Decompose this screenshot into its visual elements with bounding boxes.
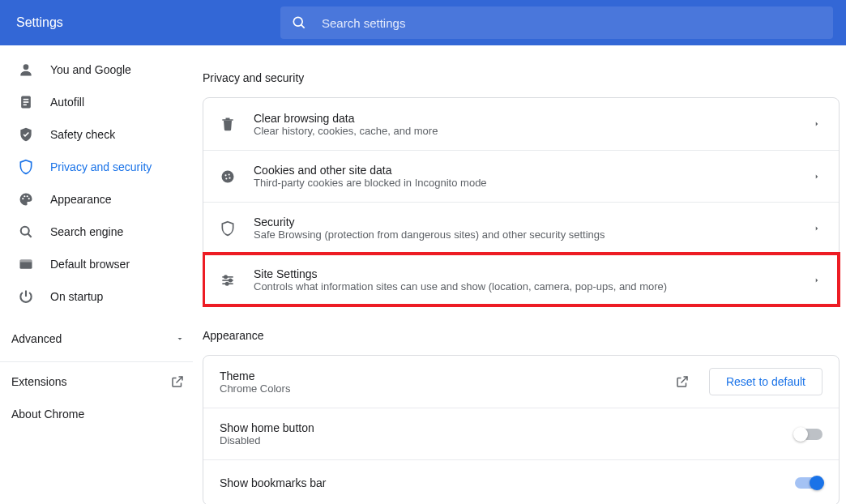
reset-to-default-button[interactable]: Reset to default	[709, 368, 822, 395]
svg-point-11	[21, 227, 29, 235]
page-title: Settings	[16, 15, 280, 30]
body: You and Google Autofill Safety check Pri…	[0, 45, 846, 504]
section-title-privacy: Privacy and security	[203, 71, 840, 84]
svg-rect-4	[24, 99, 29, 100]
chevron-right-icon	[811, 173, 822, 181]
sidebar-item-on-startup[interactable]: On startup	[0, 280, 203, 313]
sidebar-advanced[interactable]: Advanced	[0, 319, 203, 358]
row-title: Cookies and other site data	[254, 164, 811, 177]
svg-point-15	[222, 170, 234, 182]
sidebar-item-appearance[interactable]: Appearance	[0, 183, 203, 216]
row-site-settings[interactable]: Site Settings Controls what information …	[203, 254, 839, 305]
svg-point-19	[229, 177, 230, 178]
sidebar-item-extensions[interactable]: Extensions	[0, 365, 203, 398]
search-icon	[291, 15, 307, 31]
search-icon	[18, 224, 34, 240]
sidebar-item-label: Safety check	[50, 128, 115, 141]
search-input[interactable]	[322, 16, 822, 30]
search-box[interactable]	[280, 6, 833, 39]
svg-point-18	[225, 177, 227, 179]
cookie-icon	[220, 169, 236, 185]
svg-line-12	[28, 234, 32, 237]
row-security[interactable]: Security Safe Browsing (protection from …	[203, 202, 839, 254]
svg-rect-14	[20, 259, 32, 262]
sidebar-divider	[0, 361, 193, 362]
row-text: Show bookmarks bar	[220, 476, 795, 489]
open-in-new-icon	[675, 374, 690, 389]
row-text: Show home button Disabled	[220, 421, 795, 446]
row-clear-browsing-data[interactable]: Clear browsing data Clear history, cooki…	[203, 98, 839, 150]
sidebar-item-label: Appearance	[50, 193, 112, 206]
shield-check-icon	[18, 126, 34, 143]
sidebar-item-label: Default browser	[50, 258, 130, 271]
power-icon	[18, 288, 34, 305]
svg-point-17	[229, 173, 230, 175]
chevron-right-icon	[811, 120, 822, 128]
chevron-down-icon	[175, 334, 185, 344]
sidebar-item-label: On startup	[50, 290, 103, 303]
row-subtitle: Chrome Colors	[220, 382, 675, 395]
content-area: Privacy and security Clear browsing data…	[203, 45, 846, 504]
row-theme[interactable]: Theme Chrome Colors Reset to default	[203, 356, 839, 408]
sidebar-item-search-engine[interactable]: Search engine	[0, 216, 203, 248]
row-show-bookmarks-bar[interactable]: Show bookmarks bar	[203, 459, 839, 504]
chevron-right-icon	[811, 276, 822, 284]
svg-point-16	[224, 174, 226, 176]
sidebar-item-label: About Chrome	[11, 408, 84, 421]
sidebar-item-privacy-security[interactable]: Privacy and security	[0, 151, 203, 183]
sidebar-item-safety-check[interactable]: Safety check	[0, 118, 203, 151]
toggle-home-button[interactable]	[795, 429, 822, 440]
section-title-appearance: Appearance	[203, 329, 840, 342]
row-text: Security Safe Browsing (protection from …	[254, 216, 811, 241]
svg-point-2	[24, 64, 29, 70]
row-title: Show bookmarks bar	[220, 476, 795, 489]
sidebar-item-you-and-google[interactable]: You and Google	[0, 53, 203, 86]
row-text: Clear browsing data Clear history, cooki…	[254, 112, 811, 137]
sidebar-item-label: Privacy and security	[50, 160, 152, 173]
chevron-right-icon	[811, 224, 822, 233]
sidebar-item-label: Extensions	[11, 375, 66, 388]
row-subtitle: Disabled	[220, 434, 795, 446]
row-title: Clear browsing data	[254, 112, 811, 125]
row-title: Security	[254, 216, 811, 229]
svg-point-8	[24, 195, 25, 197]
open-in-new-icon	[170, 374, 185, 389]
sidebar-item-default-browser[interactable]: Default browser	[0, 248, 203, 280]
sidebar: You and Google Autofill Safety check Pri…	[0, 45, 203, 504]
sidebar-item-about-chrome[interactable]: About Chrome	[0, 398, 203, 430]
svg-rect-6	[24, 105, 27, 106]
row-title: Show home button	[220, 421, 795, 434]
row-show-home-button[interactable]: Show home button Disabled	[203, 408, 839, 459]
trash-icon	[220, 116, 236, 132]
svg-point-7	[22, 198, 24, 199]
row-subtitle: Third-party cookies are blocked in Incog…	[254, 177, 811, 189]
tune-icon	[220, 272, 236, 288]
sidebar-item-label: You and Google	[50, 63, 131, 76]
svg-point-10	[28, 198, 30, 199]
svg-point-0	[293, 17, 302, 26]
row-text: Site Settings Controls what information …	[254, 267, 811, 293]
browser-icon	[18, 256, 34, 272]
assignment-icon	[18, 94, 34, 110]
svg-point-21	[224, 275, 227, 278]
row-cookies[interactable]: Cookies and other site data Third-party …	[203, 150, 839, 202]
toggle-bookmarks-bar[interactable]	[795, 477, 822, 489]
sidebar-item-label: Autofill	[50, 96, 84, 109]
row-title: Theme	[220, 369, 675, 382]
row-subtitle: Safe Browsing (protection from dangerous…	[254, 229, 811, 241]
shield-icon	[18, 159, 34, 175]
row-text: Cookies and other site data Third-party …	[254, 164, 811, 189]
person-icon	[18, 62, 34, 78]
svg-point-25	[226, 282, 229, 284]
sidebar-item-autofill[interactable]: Autofill	[0, 86, 203, 118]
row-text: Theme Chrome Colors	[220, 369, 675, 395]
svg-point-23	[229, 279, 232, 281]
svg-line-1	[301, 25, 305, 28]
row-subtitle: Controls what information sites can use …	[254, 280, 811, 293]
svg-point-9	[27, 195, 28, 197]
svg-rect-5	[24, 101, 29, 103]
sidebar-item-label: Search engine	[50, 225, 123, 238]
palette-icon	[18, 191, 34, 207]
sidebar-advanced-label: Advanced	[11, 332, 62, 345]
appearance-card: Theme Chrome Colors Reset to default Sho…	[203, 355, 840, 504]
